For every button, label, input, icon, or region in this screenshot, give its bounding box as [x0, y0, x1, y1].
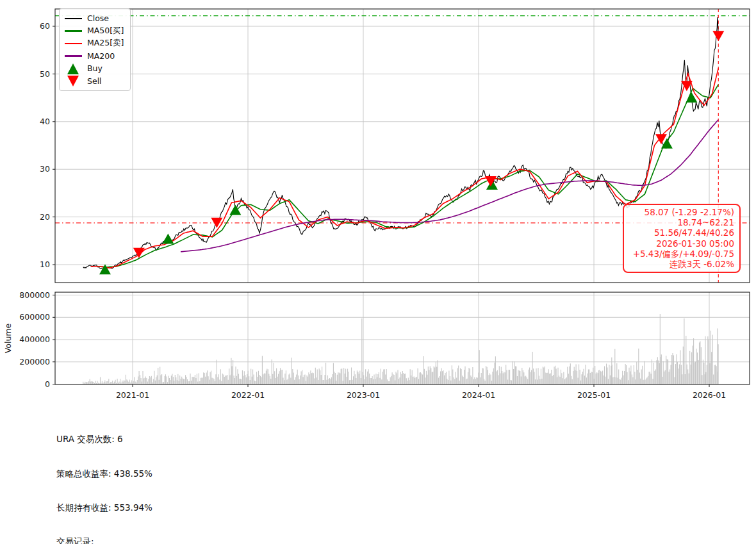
legend-item-close: Close — [65, 12, 124, 25]
volume-axis-label: 600000 — [19, 312, 50, 322]
legend-item-buy: Buy — [65, 62, 124, 75]
x-axis-label: 2025-01 — [577, 390, 611, 400]
legend-label: MA50[买] — [87, 26, 124, 37]
x-axis-label: 2023-01 — [347, 390, 380, 400]
annotation-line-5: +5.43/偏多/+4.09/-0.75 — [629, 249, 734, 259]
annotation-line-1: 58.07 (-1.29 -2.17%) — [629, 207, 734, 217]
volume-axis-title: Volume — [3, 323, 13, 353]
stats-block: URA 交易次数: 6 策略总收益率: 438.55% 长期持有收益: 553.… — [56, 411, 336, 544]
legend-line-swatch — [65, 13, 82, 24]
stat-buy-hold-return: 长期持有收益: 553.94% — [56, 502, 336, 514]
x-axis-label: 2024-01 — [462, 390, 495, 400]
legend-label: MA200 — [87, 51, 115, 61]
x-axis-label: 2022-01 — [231, 390, 265, 400]
stat-strategy-return: 策略总收益率: 438.55% — [56, 468, 336, 480]
y-axis-label: 40 — [40, 117, 50, 126]
annotation-line-4: 2026-01-30 05:00 — [629, 238, 734, 249]
x-axis-label: 2021-01 — [116, 390, 149, 400]
legend-label: Close — [87, 13, 109, 23]
legend-line-swatch — [65, 51, 82, 61]
stat-trade-count: URA 交易次数: 6 — [56, 434, 336, 445]
annotation-line-2: 18.74~62.21 — [629, 217, 734, 227]
y-axis-label: 10 — [40, 260, 50, 269]
legend-label: Buy — [87, 63, 103, 73]
annotation-box: 58.07 (-1.29 -2.17%)18.74~62.2151.56/47.… — [623, 204, 741, 273]
legend-item-ma50: MA50[买] — [65, 25, 124, 38]
y-axis-label: 50 — [40, 69, 50, 79]
x-axis-label: 2026-01 — [693, 390, 726, 400]
buy-marker — [229, 204, 241, 215]
y-axis-label: 30 — [40, 164, 50, 174]
legend-item-ma25: MA25[卖] — [65, 37, 124, 50]
volume-axis-label: 0 — [45, 379, 50, 389]
legend-line-swatch — [65, 38, 82, 49]
legend-item-sell: Sell — [65, 75, 124, 88]
volume-axis-label: 400000 — [19, 334, 50, 344]
volume-bars — [83, 314, 718, 384]
y-axis-label: 20 — [40, 212, 50, 222]
legend: CloseMA50[买]MA25[卖]MA200BuySell — [59, 8, 131, 91]
buy-triangle-icon — [65, 63, 82, 74]
legend-label: Sell — [87, 76, 102, 86]
buy-marker — [99, 264, 111, 274]
sell-marker — [712, 31, 724, 41]
stock-strategy-figure: 1020304050600200000400000600000800000202… — [0, 0, 756, 544]
annotation-line-3: 51.56/47.44/40.26 — [629, 227, 734, 238]
buy-marker — [162, 233, 174, 243]
legend-label: MA25[卖] — [87, 38, 124, 49]
volume-axis-label: 800000 — [19, 290, 50, 300]
sell-triangle-icon — [65, 76, 82, 86]
stat-trade-log-title: 交易记录: — [56, 536, 336, 544]
volume-axis-label: 200000 — [19, 357, 50, 367]
legend-line-swatch — [65, 26, 82, 36]
volume-panel-frame — [55, 292, 750, 384]
legend-item-ma200: MA200 — [65, 50, 124, 63]
annotation-line-6: 连跌3天 -6.02% — [629, 259, 734, 269]
y-axis-label: 60 — [40, 21, 50, 31]
